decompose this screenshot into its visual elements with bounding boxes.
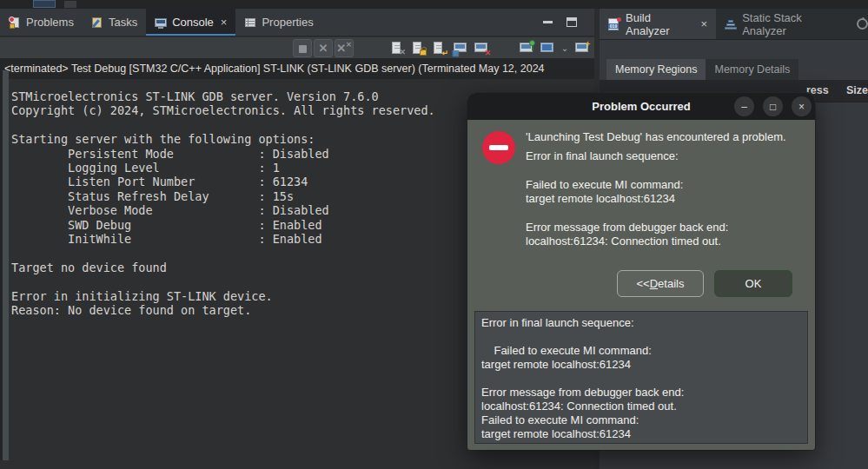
tab-memory-details[interactable]: Memory Details <box>706 59 798 80</box>
tab-problems[interactable]: Problems <box>0 9 83 36</box>
clear-console-icon[interactable]: ✕ <box>388 39 407 57</box>
terminated-status-text: <terminated> Test Debug [STM32 C/C++ App… <box>0 63 545 75</box>
minimize-icon[interactable]: – <box>734 96 754 116</box>
analyzer-tabbar: 010 Build Analyzer × Static Stack Analyz… <box>600 9 868 40</box>
tab-label: Build Analyzer <box>626 11 696 37</box>
maximize-view-button[interactable] <box>563 14 580 30</box>
tab-label: Console <box>172 16 214 29</box>
console-title-row: <terminated> Test Debug [STM32 C/C++ App… <box>0 58 594 79</box>
memory-subtabs: Memory Regions Memory Details <box>606 59 798 80</box>
chevron-down-icon[interactable]: ⌄ <box>559 43 571 53</box>
tasks-icon <box>91 17 103 29</box>
word-wrap-icon[interactable]: ↵ <box>430 39 449 57</box>
tab-static-stack-analyzer[interactable]: Static Stack Analyzer <box>716 9 855 39</box>
view-tabbar: Problems Tasks Console × Properties <box>0 9 594 36</box>
details-button-label: << <box>637 277 650 290</box>
display-selected-console-icon[interactable] <box>538 39 557 57</box>
static-stack-analyzer-icon <box>725 18 737 30</box>
pin-console-icon[interactable] <box>517 39 536 57</box>
editor-fragment <box>64 1 76 8</box>
tab-label: Properties <box>262 16 313 29</box>
terminate-icon[interactable] <box>293 39 312 57</box>
stm32cubeide-window: Problems Tasks Console × Properties <box>0 0 868 469</box>
dialog-title: Problem Occurred <box>592 100 690 113</box>
close-icon[interactable]: × <box>221 16 228 29</box>
tab-console[interactable]: Console × <box>146 9 235 36</box>
details-button[interactable]: << Details <box>617 270 704 297</box>
problems-icon <box>9 17 21 29</box>
scroll-lock-icon[interactable] <box>409 39 428 57</box>
tab-properties[interactable]: Properties <box>235 9 321 36</box>
remove-all-terminated-icon[interactable]: ✕✕ <box>335 39 354 57</box>
tab-memory-regions[interactable]: Memory Regions <box>606 59 706 80</box>
build-analyzer-icon: 010 <box>608 18 620 30</box>
details-button-accel: D <box>650 277 658 290</box>
console-toolbar: ✕ ✕✕ ✕ ↵ ▣ <box>0 37 594 58</box>
tab-label: Tasks <box>109 16 137 29</box>
close-icon[interactable]: × <box>792 96 812 116</box>
column-header-size: Size <box>846 84 868 96</box>
cyclomatic-complexity-icon[interactable] <box>857 18 868 30</box>
problem-occurred-dialog: Problem Occurred – □ × 'Launching Test D… <box>467 93 815 450</box>
editor-fragment <box>33 0 56 8</box>
minimize-view-button[interactable] <box>539 14 556 30</box>
tab-build-analyzer[interactable]: 010 Build Analyzer × <box>600 9 716 39</box>
maximize-icon[interactable]: □ <box>763 96 783 116</box>
console-icon <box>155 17 167 29</box>
remove-launch-icon[interactable]: ✕ <box>314 39 333 57</box>
tab-label: Problems <box>26 16 74 29</box>
tab-label: Static Stack Analyzer <box>742 11 846 37</box>
open-console-icon[interactable]: ＋ <box>573 39 592 57</box>
dialog-headline: 'Launching Test Debug' has encountered a… <box>526 130 804 143</box>
show-stdout-console-icon[interactable]: ▣ <box>451 39 470 57</box>
close-icon[interactable]: × <box>701 17 708 30</box>
console-left-ruler <box>3 70 9 460</box>
details-text-area: Error in final launch sequence: Failed t… <box>474 311 808 444</box>
details-button-label-rest: etails <box>658 277 684 290</box>
ok-button[interactable]: OK <box>714 270 792 297</box>
tab-tasks[interactable]: Tasks <box>83 9 146 36</box>
error-icon <box>482 131 515 164</box>
show-stderr-console-icon[interactable]: ✕ <box>472 39 491 57</box>
dialog-message: Error in final launch sequence: Failed t… <box>526 149 804 249</box>
editor-sliver <box>0 0 868 9</box>
properties-icon <box>244 17 256 29</box>
